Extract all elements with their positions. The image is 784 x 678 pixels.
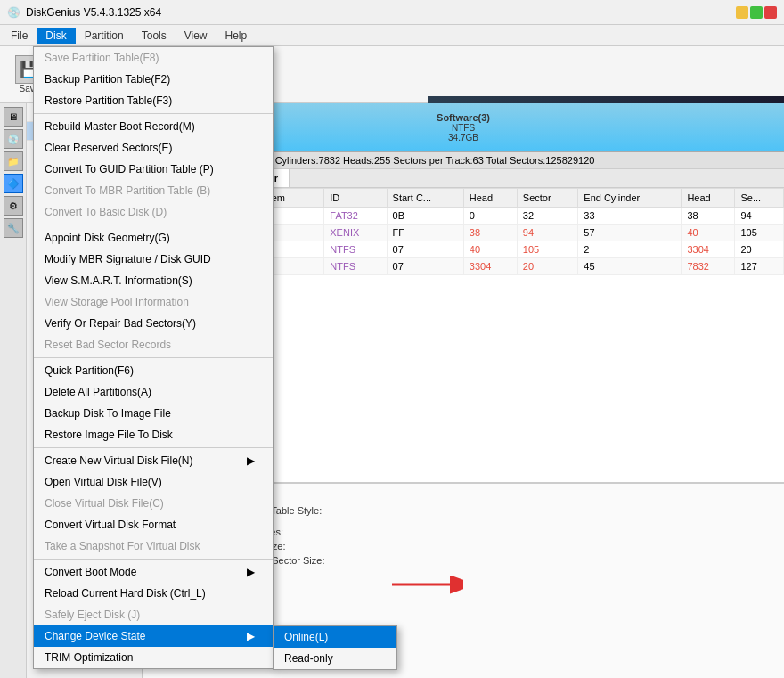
maximize-button[interactable]	[750, 6, 763, 19]
menu-sep-4	[34, 447, 273, 448]
menu-help[interactable]: Help	[216, 28, 257, 44]
app-title: DiskGenius V5.4.3.1325 x64	[26, 6, 161, 19]
menu-view[interactable]: View	[176, 28, 216, 44]
disk-dropdown-menu: Save Partition Table(F8) Backup Partitio…	[33, 46, 274, 669]
menu-snapshot[interactable]: Take a Snapshot For Virtual Disk	[34, 535, 273, 557]
icon-sidebar: 🖥 💿 📁 🔷 ⚙ 🔧	[0, 103, 27, 678]
col-endcyl: End Cylinder	[578, 189, 682, 208]
menu-reset-bad-sector[interactable]: Reset Bad Sector Records	[34, 334, 273, 355]
app-icon: 💿	[7, 6, 20, 19]
menu-convert-boot-mode[interactable]: Convert Boot Mode ▶	[34, 561, 273, 583]
menu-verify-repair[interactable]: Verify Or Repair Bad Sectors(Y)	[34, 313, 273, 334]
sidebar-icon-3[interactable]: 📁	[4, 151, 23, 171]
submenu-arrow-create: ▶	[247, 454, 255, 467]
sidebar-icon-4[interactable]: 🔷	[4, 174, 23, 193]
sidebar-icon-5[interactable]: ⚙	[4, 196, 23, 216]
submenu-arrow-device: ▶	[247, 630, 255, 642]
menu-tools[interactable]: Tools	[133, 28, 176, 44]
menu-trim-optimization[interactable]: TRIM Optimization	[34, 647, 273, 668]
menu-convert-guid[interactable]: Convert To GUID Partition Table (P)	[34, 159, 273, 180]
menu-change-device-state-container: Change Device State ▶ Online(L) Read-onl…	[34, 625, 273, 647]
col-startc: Start C...	[387, 189, 463, 208]
menu-appoint-geometry[interactable]: Appoint Disk Geometry(G)	[34, 227, 273, 249]
menu-view-storage-pool[interactable]: View Storage Pool Information	[34, 291, 273, 313]
menu-sep-5	[34, 559, 273, 560]
col-id: ID	[324, 189, 387, 208]
menu-sep-1	[34, 113, 273, 114]
menu-clear-reserved[interactable]: Clear Reserved Sectors(E)	[34, 137, 273, 159]
menu-convert-mbr[interactable]: Convert To MBR Partition Table (B)	[34, 180, 273, 201]
sidebar-icon-1[interactable]: 🖥	[4, 107, 23, 127]
partition-fs: NTFS	[452, 123, 475, 133]
menu-delete-all[interactable]: Delete All Partitions(A)	[34, 381, 273, 403]
menu-convert-basic[interactable]: Convert To Basic Disk (D)	[34, 201, 273, 223]
menu-safely-eject[interactable]: Safely Eject Disk (J)	[34, 604, 273, 625]
menu-rebuild-mbr[interactable]: Rebuild Master Boot Record(M)	[34, 116, 273, 137]
menu-create-virtual-disk[interactable]: Create New Virtual Disk File(N) ▶	[34, 450, 273, 471]
menu-view-smart[interactable]: View S.M.A.R.T. Information(S)	[34, 270, 273, 291]
sidebar-icon-6[interactable]: 🔧	[4, 218, 23, 238]
menu-restore-image[interactable]: Restore Image File To Disk	[34, 424, 273, 445]
sidebar-icon-2[interactable]: 💿	[4, 129, 23, 149]
col-sector: Sector	[517, 189, 577, 208]
menu-backup-to-image[interactable]: Backup Disk To Image File	[34, 403, 273, 424]
col-se: Se...	[735, 189, 784, 208]
menu-bar: File Disk Partition Tools View Help	[0, 25, 784, 46]
menu-backup-partition-table[interactable]: Backup Partition Table(F2)	[34, 69, 273, 90]
menu-close-virtual-disk[interactable]: Close Virtual Disk File(C)	[34, 493, 273, 514]
menu-sep-2	[34, 225, 273, 225]
menu-convert-virtual-format[interactable]: Convert Virtual Disk Format	[34, 514, 273, 535]
title-bar: 💿 DiskGenius V5.4.3.1325 x64	[0, 0, 784, 25]
submenu-read-only[interactable]: Read-only	[274, 648, 396, 669]
partition-label: Software(3)	[437, 112, 490, 123]
menu-sep-3	[34, 357, 273, 358]
menu-disk[interactable]: Disk	[37, 28, 75, 44]
submenu-online[interactable]: Online(L)	[274, 626, 396, 648]
menu-partition[interactable]: Partition	[76, 28, 133, 44]
submenu-arrow-boot: ▶	[247, 566, 255, 578]
menu-file[interactable]: File	[2, 28, 37, 44]
change-device-submenu: Online(L) Read-only	[273, 625, 397, 670]
minimize-button[interactable]	[736, 6, 748, 19]
col-head: Head	[463, 189, 517, 208]
menu-change-device-state[interactable]: Change Device State ▶	[34, 625, 273, 647]
menu-open-virtual-disk[interactable]: Open Virtual Disk File(V)	[34, 471, 273, 493]
menu-save-partition-table[interactable]: Save Partition Table(F8)	[34, 47, 273, 69]
menu-quick-partition[interactable]: Quick Partition(F6)	[34, 360, 273, 381]
partition-size: 34.7GB	[448, 133, 478, 143]
menu-restore-partition-table[interactable]: Restore Partition Table(F3)	[34, 90, 273, 111]
menu-modify-mbr-sig[interactable]: Modify MBR Signature / Disk GUID	[34, 249, 273, 270]
col-endhead: Head	[682, 189, 735, 208]
disk-menu: Save Partition Table(F8) Backup Partitio…	[33, 46, 274, 669]
close-button[interactable]	[764, 6, 777, 19]
menu-reload-hard-disk[interactable]: Reload Current Hard Disk (Ctrl_L)	[34, 583, 273, 604]
